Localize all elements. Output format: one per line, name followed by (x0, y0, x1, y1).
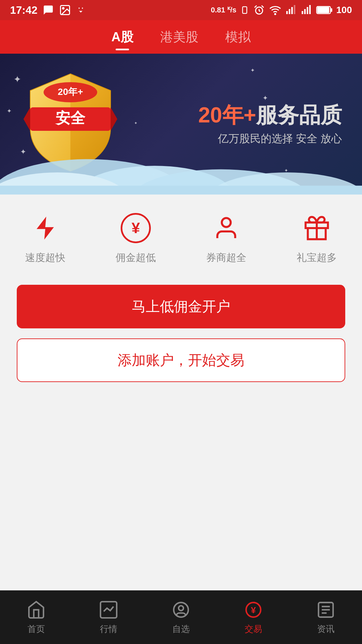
open-account-button[interactable]: 马上低佣金开户 (17, 285, 345, 328)
nav-market[interactable]: 行情 (99, 600, 119, 635)
nav-home-label: 首页 (27, 623, 45, 635)
news-icon (316, 600, 336, 620)
svg-point-33 (222, 218, 231, 227)
svg-rect-11 (302, 11, 303, 14)
vibrate-icon (240, 4, 250, 16)
watchlist-icon (171, 600, 191, 620)
battery-level: 100 (336, 5, 352, 15)
top-navigation: A股 港美股 模拟 (0, 20, 362, 54)
svg-point-38 (179, 606, 184, 611)
svg-line-4 (255, 6, 257, 8)
svg-marker-30 (37, 217, 54, 240)
signal2-icon (301, 4, 313, 16)
feature-broker-label: 券商超全 (206, 251, 246, 265)
lightning-icon (28, 211, 62, 245)
status-bar-left: 17:42 (10, 4, 86, 16)
nav-trade-label: 交易 (245, 623, 262, 635)
feature-gift: 礼宝超多 (297, 211, 337, 265)
svg-rect-29 (0, 186, 362, 195)
yuan-icon: ¥ (119, 211, 153, 245)
signal-icon (285, 4, 297, 16)
battery-icon (316, 5, 333, 15)
banner-sub-text: 亿万股民的选择 安全 放心 (198, 131, 342, 146)
gift-icon (300, 211, 334, 245)
svg-rect-9 (291, 7, 293, 14)
feature-commission-label: 佣金超低 (116, 251, 156, 265)
status-bar: 17:42 0.81 ᴷ/s 100 (0, 0, 362, 20)
nav-market-label: 行情 (100, 623, 117, 635)
feature-broker: 券商超全 (206, 211, 246, 265)
svg-marker-19 (23, 107, 30, 131)
nav-watchlist-label: 自选 (172, 623, 190, 635)
status-time: 17:42 (10, 4, 38, 16)
svg-line-5 (262, 6, 264, 8)
user-icon (209, 211, 243, 245)
feature-commission: ¥ 佣金超低 (116, 211, 156, 265)
chart-icon (99, 600, 119, 620)
features-row: 速度超快 ¥ 佣金超低 券商超全 (0, 195, 362, 278)
trade-icon: ¥ (243, 600, 263, 620)
status-bar-right: 0.81 ᴷ/s 100 (211, 4, 352, 16)
svg-point-1 (62, 8, 64, 9)
nav-watchlist[interactable]: 自选 (171, 600, 191, 635)
tab-a-stock[interactable]: A股 (111, 25, 133, 49)
action-buttons: 马上低佣金开户 添加账户，开始交易 (0, 278, 362, 382)
nav-home[interactable]: 首页 (26, 600, 46, 635)
nav-tabs: A股 港美股 模拟 (111, 25, 250, 49)
banner-main-text: 20年+服务品质 (198, 102, 342, 128)
svg-rect-16 (330, 8, 332, 12)
message-icon (42, 4, 54, 16)
svg-marker-20 (111, 107, 117, 131)
feature-gift-label: 礼宝超多 (297, 251, 337, 265)
svg-rect-10 (294, 5, 296, 14)
cloud-graphic (0, 146, 362, 195)
banner-text-block: 20年+服务品质 亿万股民的选择 安全 放心 (198, 102, 342, 146)
add-account-button[interactable]: 添加账户，开始交易 (17, 338, 345, 382)
tab-simulate[interactable]: 模拟 (225, 25, 251, 49)
network-speed: 0.81 ᴷ/s (211, 6, 236, 14)
alarm-icon (253, 4, 265, 16)
svg-rect-17 (317, 7, 329, 13)
promo-banner: ✦ ✦ ✦ ✦ ✦ ✦ ✦ ✦ ✦ (0, 54, 362, 195)
nav-trade[interactable]: ¥ 交易 (243, 600, 263, 635)
svg-text:安全: 安全 (55, 110, 86, 126)
svg-text:¥: ¥ (251, 605, 256, 615)
svg-rect-13 (307, 7, 308, 14)
image-icon (59, 4, 71, 16)
svg-text:¥: ¥ (131, 219, 140, 236)
feature-speed: 速度超快 (25, 211, 65, 265)
svg-rect-12 (304, 9, 306, 14)
svg-point-6 (275, 14, 276, 15)
svg-rect-7 (286, 11, 288, 14)
bottom-navigation: 首页 行情 自选 ¥ 交易 (0, 590, 362, 644)
nav-news-label: 资讯 (317, 623, 335, 635)
home-icon (26, 600, 46, 620)
nav-news[interactable]: 资讯 (316, 600, 336, 635)
svg-text:20年+: 20年+ (58, 87, 83, 97)
usb-icon (76, 4, 86, 16)
feature-speed-label: 速度超快 (25, 251, 65, 265)
svg-rect-2 (243, 7, 247, 13)
svg-rect-8 (289, 9, 291, 14)
tab-hk-us[interactable]: 港美股 (160, 25, 198, 49)
wifi-icon (268, 4, 282, 16)
svg-rect-14 (309, 5, 311, 14)
